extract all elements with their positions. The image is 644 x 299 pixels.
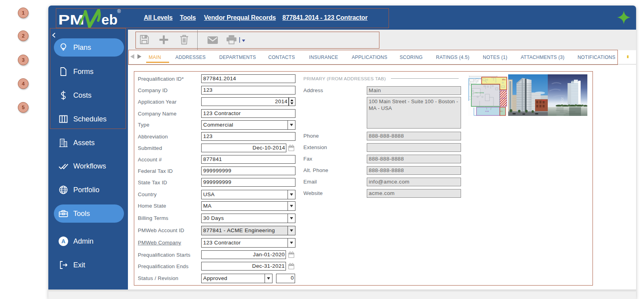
svg-text:Hor: Hor bbox=[560, 97, 564, 104]
svg-text:AREA: AREA bbox=[502, 79, 506, 81]
svg-text:STOR: STOR bbox=[485, 111, 489, 112]
svg-text:ST 1: ST 1 bbox=[501, 111, 503, 112]
svg-text:LOBBY: LOBBY bbox=[501, 98, 506, 99]
svg-text:A: A bbox=[61, 238, 65, 244]
svg-text:COMMON AREA: COMMON AREA bbox=[473, 92, 484, 94]
